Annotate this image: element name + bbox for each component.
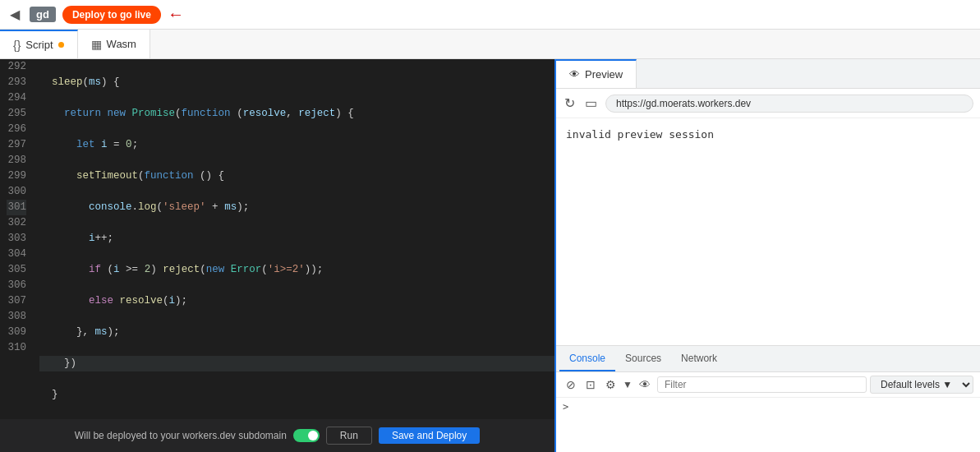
deploy-info-text: Will be deployed to your workers.dev sub… (75, 430, 287, 441)
tab-script-label: Script (25, 39, 53, 51)
save-and-deploy-button[interactable]: Save and Deploy (379, 427, 480, 444)
eye-filter-button[interactable]: 👁 (636, 376, 654, 393)
script-icon: {} (13, 39, 21, 52)
run-button[interactable]: Run (326, 427, 372, 445)
editor-tab-bar: {} Script ▦ Wasm (0, 30, 980, 59)
reload-button[interactable]: ↻ (563, 94, 577, 113)
code-editor[interactable]: 292 293 294 295 296 297 298 299 300 301 … (0, 59, 554, 452)
deploy-to-go-live-button[interactable]: Deploy to go live (62, 6, 161, 24)
preview-message: invalid preview session (566, 128, 714, 141)
project-badge: gd (30, 7, 56, 22)
preview-panel: 👁 Preview ↻ ▭ https://gd.moerats.workers… (554, 59, 980, 452)
tab-wasm-label: Wasm (107, 38, 136, 50)
log-levels-dropdown[interactable]: Default levels ▼ (870, 376, 973, 394)
tab-preview[interactable]: 👁 Preview (556, 59, 637, 88)
tab-wasm[interactable]: ▦ Wasm (78, 30, 150, 58)
preview-eye-icon: 👁 (569, 68, 580, 81)
main-layout: 292 293 294 295 296 297 298 299 300 301 … (0, 59, 980, 452)
preview-content-area: invalid preview session (556, 118, 980, 345)
devtools-tab-sources[interactable]: Sources (615, 346, 671, 371)
preview-url[interactable]: https://gd.moerats.workers.dev (605, 95, 973, 113)
deploy-toggle[interactable] (293, 429, 320, 442)
code-text[interactable]: sleep(ms) { return new Promise(function … (33, 59, 554, 452)
filter-input[interactable] (657, 376, 867, 393)
devtools-tab-console[interactable]: Console (559, 346, 615, 371)
unsaved-indicator (58, 42, 64, 48)
console-output: > (556, 398, 980, 452)
back-button[interactable]: ◀ (7, 5, 23, 24)
top-bar: ◀ gd Deploy to go live ← (0, 0, 980, 30)
block-requests-button[interactable]: ⊡ (582, 376, 599, 393)
clear-console-button[interactable]: ⊘ (563, 376, 579, 393)
devtools-toolbar: ⊘ ⊡ ⚙ ▼ 👁 Default levels ▼ (556, 372, 980, 398)
wasm-icon: ▦ (91, 38, 102, 51)
devtools-tab-bar: Console Sources Network (556, 346, 980, 372)
settings-button[interactable]: ⚙ (602, 376, 619, 393)
editor-footer: Will be deployed to your workers.dev sub… (0, 419, 554, 452)
console-prompt[interactable]: > (563, 401, 568, 413)
line-numbers: 292 293 294 295 296 297 298 299 300 301 … (0, 59, 33, 452)
devtools-tab-network[interactable]: Network (671, 346, 727, 371)
code-panel: 292 293 294 295 296 297 298 299 300 301 … (0, 59, 554, 452)
devtools-panel: Console Sources Network ⊘ ⊡ ⚙ ▼ 👁 Defaul… (556, 345, 980, 452)
external-link-button[interactable]: ▭ (583, 94, 599, 113)
preview-tab-bar: 👁 Preview (556, 59, 980, 89)
tab-script[interactable]: {} Script (0, 30, 78, 58)
arrow-indicator: ← (168, 5, 184, 24)
preview-url-bar: ↻ ▭ https://gd.moerats.workers.dev (556, 89, 980, 118)
preview-tab-label: Preview (585, 68, 623, 81)
